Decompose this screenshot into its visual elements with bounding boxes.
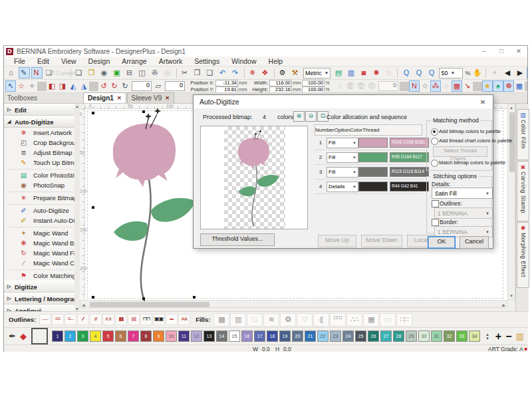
border-checkbox[interactable] (432, 219, 439, 226)
threshold-values-button[interactable]: Threshold Values... (200, 233, 275, 246)
star-outline-icon[interactable]: ☆ (420, 80, 430, 92)
cancel-button[interactable]: Cancel (460, 236, 489, 249)
palette-swatch[interactable]: 11 (178, 331, 190, 342)
embroidery-view-icon[interactable]: N (31, 67, 43, 78)
menu-item[interactable]: Help (263, 57, 289, 65)
remove-color-icon[interactable]: − (505, 331, 511, 342)
fill-dot-matrix-icon[interactable]: ∴∴ (346, 313, 362, 327)
scroll-up-icon[interactable]: ▲ (74, 104, 80, 108)
color-swatch[interactable] (358, 152, 388, 162)
thread-swatch[interactable]: R44 G42 B41 (390, 182, 429, 192)
outline-column-icon[interactable]: ▮▮ (115, 314, 127, 325)
stitch-option-select[interactable]: Fill▼ (327, 152, 358, 163)
menu-item[interactable]: Window (225, 57, 262, 65)
move-up-button[interactable]: Move Up (318, 235, 356, 247)
scroll-right-icon[interactable]: ▶ (502, 303, 505, 307)
close-button[interactable]: ✕ (510, 48, 527, 55)
position-x-field[interactable]: -11.34 (215, 80, 238, 86)
reshape-tool-icon[interactable]: ☆ (16, 80, 27, 92)
outline-column-wide-icon[interactable]: ▮▮ (128, 314, 140, 325)
tab-design1[interactable]: Design1✕ (83, 92, 126, 103)
menu-item[interactable]: Settings (188, 57, 225, 65)
side-tab-morphing-effect[interactable]: ✺ Morphing Effect (517, 222, 529, 288)
zoom-factor-icon[interactable]: Q (426, 67, 437, 78)
palette-swatch[interactable]: 33 (456, 331, 467, 342)
previous-color-icon[interactable]: ◀ (501, 67, 513, 78)
outline-lettering-icon[interactable]: AA (178, 314, 190, 325)
toolbar-icon[interactable] (37, 82, 47, 91)
outline-single-icon[interactable]: – – (39, 314, 51, 325)
redo-icon[interactable]: ↷ (230, 67, 241, 78)
write-to-machine-icon[interactable]: ✇ (150, 67, 161, 78)
fill-weave-icon[interactable]: ≋ (263, 313, 279, 327)
scatter-fill-icon[interactable]: ⁂ (430, 80, 441, 92)
print-icon[interactable]: ⊟ (124, 67, 136, 78)
ok-button[interactable]: OK (428, 236, 456, 249)
minimize-button[interactable]: – (475, 48, 493, 55)
skew-angle-field[interactable]: 0 (165, 81, 185, 91)
fill-rings-icon[interactable]: ◌◌ (380, 313, 396, 327)
height-field[interactable]: 232.16 (269, 86, 292, 93)
carving-stamp-icon[interactable]: ◙ (358, 67, 369, 78)
fill-lines-icon[interactable]: ▥ (230, 313, 246, 327)
toolbox-section-edit[interactable]: ▷ Edit (4, 104, 79, 116)
selection-handle[interactable] (142, 110, 145, 113)
paste-icon[interactable]: ❑ (205, 67, 216, 78)
tool-photosnap[interactable]: ◉ PhotoSnap (4, 180, 79, 190)
radio-add-bitmap-colors[interactable] (431, 128, 438, 136)
stitch-option-select[interactable]: Details▼ (327, 182, 358, 192)
palette-swatch[interactable]: 32 (444, 331, 455, 342)
dialog-title-bar[interactable]: Auto-Digitize ✕ (194, 95, 493, 108)
toolbar-icon[interactable] (274, 68, 275, 78)
rotate-icon[interactable]: ↻ (120, 80, 130, 92)
palette-swatch[interactable]: 6 (115, 331, 126, 342)
toolbox-section-auto-digitize[interactable]: ◢ Auto-Digitize (4, 116, 79, 128)
outlines-select[interactable]: 1 BERNINA▼ (434, 207, 493, 219)
scale-x-field[interactable]: 100.00 (302, 80, 325, 86)
save-design-icon[interactable]: ▣ (112, 67, 123, 78)
zoom-out-icon[interactable]: Q (413, 67, 424, 78)
move-down-button[interactable]: Move Down (361, 235, 402, 247)
insert-embroidery-icon[interactable]: ❖ (260, 67, 271, 78)
tool-insert-artwork[interactable]: ✵ Insert Artwork (4, 128, 79, 138)
fill-heart-icon[interactable]: ♡ (297, 313, 313, 327)
outlines-checkbox[interactable] (432, 200, 439, 207)
palette-swatch[interactable]: 2 (65, 331, 76, 342)
selection-handle[interactable] (142, 297, 145, 300)
palette-swatch[interactable]: 10 (166, 331, 177, 342)
skew-icon[interactable]: ▱ (153, 80, 164, 92)
insert-artwork-icon[interactable]: ✵ (247, 67, 259, 78)
rotate-angle-field[interactable]: 0 (132, 81, 152, 91)
fill-grid-dots-icon[interactable]: ⠛⠛ (330, 313, 346, 327)
star-shape-icon[interactable]: ★ (482, 80, 493, 92)
zoom-factor-select[interactable]: 50▼ (439, 68, 463, 78)
palette-swatch[interactable]: 18 (267, 331, 278, 342)
palette-swatch[interactable]: 30 (418, 331, 430, 342)
rotate-ccw-45-icon[interactable]: ↺ (98, 80, 109, 92)
menu-item[interactable]: File (8, 57, 31, 65)
selection-handle[interactable] (92, 206, 94, 209)
fill-rosette-icon[interactable]: ❂ (280, 313, 296, 327)
color-film-icon[interactable]: ▥ (345, 67, 356, 78)
palette-swatch[interactable]: 13 (203, 331, 215, 342)
palette-swatch[interactable]: 31 (431, 331, 442, 342)
outline-open-square-icon[interactable]: ⊓⊓ (140, 314, 152, 325)
radio-add-thread-chart-colors[interactable] (431, 138, 438, 145)
palette-swatch[interactable]: 19 (279, 331, 291, 342)
tool-magic-wand-fill[interactable]: ↻ Magic Wand Fill without H… (4, 248, 79, 258)
outline-triple-icon[interactable]: ≡≡ (52, 314, 64, 325)
close-tab-icon[interactable]: ✕ (165, 95, 170, 101)
fill-lacework-icon[interactable]: ▩ (213, 313, 229, 327)
mirror-y-icon[interactable]: ◨ (57, 80, 68, 92)
toolbar-icon[interactable] (176, 68, 177, 78)
toolbar-icon[interactable] (400, 82, 409, 91)
palette-spinner[interactable]: ▲▼ (485, 332, 489, 340)
menu-item[interactable]: Design (82, 57, 116, 65)
scroll-down-icon[interactable]: ▼ (508, 294, 515, 298)
pattern-fill-icon[interactable]: ▦ (452, 80, 462, 92)
current-color-swatch[interactable]: 1 (31, 328, 48, 344)
tool-magic-wand[interactable]: ✦ Magic Wand (4, 228, 79, 238)
punchwork-icon[interactable]: ◌ (383, 67, 394, 78)
zigzag-outline-icon[interactable]: N (409, 80, 420, 92)
palette-swatch[interactable]: 12 (191, 331, 202, 342)
